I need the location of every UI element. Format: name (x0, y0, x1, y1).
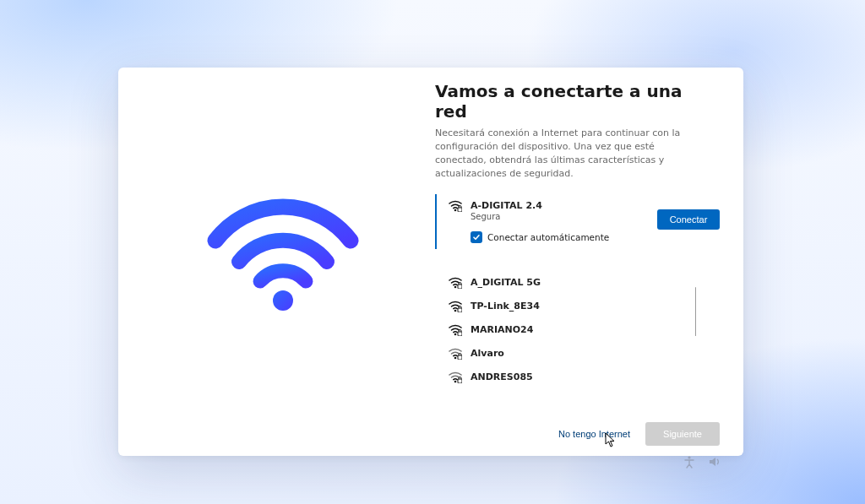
svg-rect-2 (458, 208, 462, 212)
svg-rect-8 (458, 332, 462, 336)
svg-point-13 (688, 456, 690, 458)
content-pane: Vamos a conectarte a una red Necesitará … (435, 68, 743, 456)
svg-rect-6 (458, 308, 462, 312)
wifi-secure-icon (449, 348, 462, 360)
scrollbar[interactable] (695, 287, 696, 336)
next-button[interactable]: Siguiente (645, 422, 720, 446)
wifi-secure-icon (449, 301, 462, 312)
svg-rect-4 (458, 285, 462, 289)
network-name: A_DIGITAL 5G (471, 277, 541, 288)
accessibility-icon[interactable] (683, 455, 696, 472)
network-name: Alvaro (471, 348, 504, 359)
svg-point-0 (273, 290, 293, 311)
page-subtext: Necesitará conexión a Internet para cont… (435, 127, 688, 181)
connect-button[interactable]: Conectar (657, 209, 720, 230)
oobe-window: Vamos a conectarte a una red Necesitará … (118, 68, 743, 456)
wifi-secure-icon (449, 277, 462, 289)
page-title: Vamos a conectarte a una red (435, 81, 720, 122)
wifi-secure-icon (449, 371, 462, 383)
network-item[interactable]: ANDRES085 (435, 366, 720, 389)
auto-connect-row[interactable]: Conectar automáticamente (471, 231, 715, 243)
volume-icon[interactable] (708, 455, 721, 472)
svg-point-1 (454, 209, 457, 211)
network-item[interactable]: TP-Link_8E34 (435, 295, 720, 318)
hero-pane (118, 68, 435, 456)
svg-point-7 (454, 333, 457, 335)
wifi-hero-icon (207, 194, 359, 312)
svg-point-11 (454, 380, 457, 382)
network-item[interactable]: A_DIGITAL 5G (435, 271, 720, 295)
footer-actions: No tengo Internet Siguiente (557, 422, 720, 446)
network-item[interactable]: MARIANO24 (435, 318, 720, 342)
system-tray (683, 455, 721, 472)
svg-rect-10 (458, 355, 462, 360)
network-name: ANDRES085 (471, 371, 533, 382)
network-name: MARIANO24 (471, 324, 533, 335)
network-item[interactable]: Alvaro (435, 342, 720, 366)
svg-point-5 (454, 309, 457, 312)
wifi-secure-icon (449, 324, 462, 336)
network-name: TP-Link_8E34 (471, 301, 540, 312)
svg-point-3 (454, 285, 457, 288)
wifi-secure-icon (449, 200, 462, 212)
svg-point-9 (454, 356, 457, 359)
svg-rect-12 (458, 379, 462, 383)
auto-connect-checkbox[interactable] (471, 231, 482, 243)
auto-connect-label: Conectar automáticamente (487, 232, 609, 242)
no-internet-link[interactable]: No tengo Internet (557, 425, 632, 442)
